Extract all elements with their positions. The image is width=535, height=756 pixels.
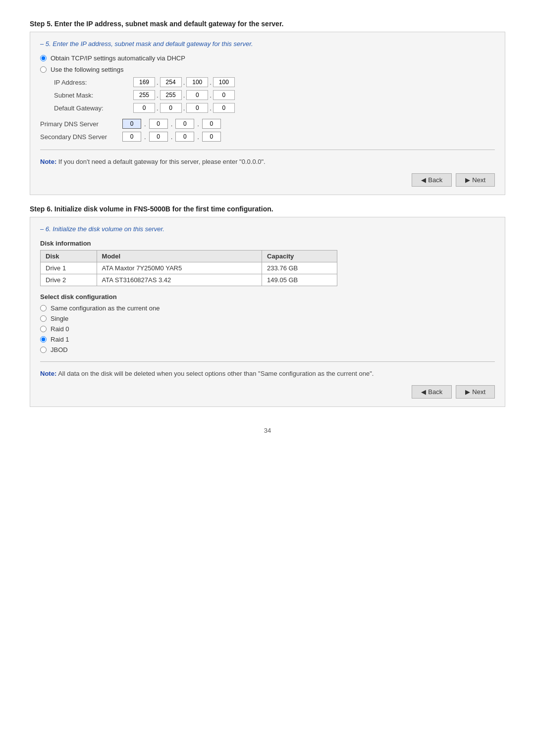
label-same-configuration-as-the-current-one: Same configuration as the current one <box>51 304 160 312</box>
table-row: Drive 2ATA ST3160827AS 3.42149.05 GB <box>41 274 337 286</box>
table-cell-1-2: 149.05 GB <box>262 274 337 286</box>
gateway-group: . . . <box>133 103 235 113</box>
dhcp-radio-row[interactable]: Obtain TCP/IP settings automatically via… <box>40 54 495 62</box>
primary-dns-row: Primary DNS Server . . . <box>40 119 495 129</box>
next-arrow-icon2: ▶ <box>465 388 470 396</box>
label-raid-0: Raid 0 <box>51 325 69 333</box>
table-cell-0-2: 233.76 GB <box>262 262 337 274</box>
select-config-label: Select disk configuration <box>40 293 495 301</box>
radio-same-configuration-as-the-current-one[interactable] <box>40 305 47 311</box>
step6-note: Note: All data on the disk will be delet… <box>40 370 495 377</box>
step5-back-button[interactable]: ◀ Back <box>412 173 452 187</box>
primary-dns-field-4[interactable] <box>202 119 221 129</box>
secondary-dns-field-1[interactable] <box>122 132 141 142</box>
secondary-dns-field-2[interactable] <box>149 132 168 142</box>
step6-section: Step 6. Initialize disk volume in FNS-50… <box>30 205 505 407</box>
radio-raid-0[interactable] <box>40 326 47 332</box>
table-header-row: Disk Model Capacity <box>41 251 337 262</box>
secondary-dns-field-3[interactable] <box>175 132 194 142</box>
col-capacity: Capacity <box>262 251 337 262</box>
config-radio-row[interactable]: Same configuration as the current one <box>40 304 495 312</box>
step5-heading: Step 5. Enter the IP address, subnet mas… <box>30 20 505 28</box>
radio-jbod[interactable] <box>40 347 47 353</box>
config-radio-row[interactable]: Raid 1 <box>40 336 495 343</box>
dhcp-radio[interactable] <box>40 55 47 61</box>
dns-section: Primary DNS Server . . . Secondary DNS S… <box>40 119 495 142</box>
back-arrow-icon: ◀ <box>421 176 426 184</box>
config-radio-row[interactable]: Raid 0 <box>40 325 495 333</box>
ip-address-row: IP Address: . . . <box>40 77 495 87</box>
radio-raid-1[interactable] <box>40 336 47 343</box>
primary-dns-field-2[interactable] <box>149 119 168 129</box>
table-row: Drive 1ATA Maxtor 7Y250M0 YAR5233.76 GB <box>41 262 337 274</box>
step5-panel-title: – 5. Enter the IP address, subnet mask a… <box>40 40 495 48</box>
ip-address-label: IP Address: <box>54 79 133 86</box>
subnet-field-1[interactable] <box>133 90 155 100</box>
step6-panel-title: – 6. Initialize the disk volume on this … <box>40 225 495 233</box>
subnet-mask-label: Subnet Mask: <box>54 92 133 99</box>
subnet-mask-group: . . . <box>133 90 235 100</box>
primary-dns-label: Primary DNS Server <box>40 120 119 128</box>
manual-radio-row[interactable]: Use the following settings <box>40 66 495 73</box>
gateway-field-4[interactable] <box>213 103 235 113</box>
label-single: Single <box>51 315 68 322</box>
step5-section: Step 5. Enter the IP address, subnet mas… <box>30 20 505 195</box>
step6-back-button[interactable]: ◀ Back <box>412 385 452 399</box>
ip-address-group: . . . <box>133 77 235 87</box>
config-radio-row[interactable]: Single <box>40 315 495 322</box>
step6-panel: – 6. Initialize the disk volume on this … <box>30 217 505 407</box>
next-arrow-icon: ▶ <box>465 176 470 184</box>
subnet-mask-row: Subnet Mask: . . . <box>40 90 495 100</box>
secondary-dns-field-4[interactable] <box>202 132 221 142</box>
table-cell-0-0: Drive 1 <box>41 262 97 274</box>
gateway-field-2[interactable] <box>160 103 182 113</box>
table-cell-0-1: ATA Maxtor 7Y250M0 YAR5 <box>97 262 262 274</box>
label-raid-1: Raid 1 <box>51 336 69 343</box>
step5-panel: – 5. Enter the IP address, subnet mask a… <box>30 32 505 195</box>
ip-field-4[interactable] <box>213 77 235 87</box>
dhcp-label: Obtain TCP/IP settings automatically via… <box>51 54 185 62</box>
label-jbod: JBOD <box>51 346 68 353</box>
ip-field-1[interactable] <box>133 77 155 87</box>
gateway-field-1[interactable] <box>133 103 155 113</box>
subnet-field-4[interactable] <box>213 90 235 100</box>
step5-next-button[interactable]: ▶ Next <box>456 173 495 187</box>
disk-info-label: Disk information <box>40 240 495 247</box>
subnet-field-3[interactable] <box>186 90 208 100</box>
ip-field-3[interactable] <box>186 77 208 87</box>
step5-btn-row: ◀ Back ▶ Next <box>40 173 495 187</box>
radio-single[interactable] <box>40 315 47 322</box>
col-model: Model <box>97 251 262 262</box>
manual-label: Use the following settings <box>51 66 123 73</box>
disk-table: Disk Model Capacity Drive 1ATA Maxtor 7Y… <box>40 250 337 286</box>
primary-dns-field-1[interactable] <box>122 119 141 129</box>
table-cell-1-0: Drive 2 <box>41 274 97 286</box>
select-config-section: Select disk configuration Same configura… <box>40 293 495 353</box>
gateway-label: Default Gateway: <box>54 104 133 112</box>
gateway-field-3[interactable] <box>186 103 208 113</box>
config-radio-row[interactable]: JBOD <box>40 346 495 353</box>
col-disk: Disk <box>41 251 97 262</box>
manual-radio[interactable] <box>40 66 47 73</box>
back-arrow-icon2: ◀ <box>421 388 426 396</box>
gateway-row: Default Gateway: . . . <box>40 103 495 113</box>
step6-btn-row: ◀ Back ▶ Next <box>40 385 495 399</box>
subnet-field-2[interactable] <box>160 90 182 100</box>
disk-info-section: Disk information Disk Model Capacity Dri… <box>40 240 495 286</box>
page-number: 34 <box>30 427 505 434</box>
step6-heading: Step 6. Initialize disk volume in FNS-50… <box>30 205 505 213</box>
ip-field-2[interactable] <box>160 77 182 87</box>
primary-dns-field-3[interactable] <box>175 119 194 129</box>
secondary-dns-row: Secondary DNS Server . . . <box>40 132 495 142</box>
step5-note: Note: If you don't need a default gatewa… <box>40 158 495 165</box>
secondary-dns-label: Secondary DNS Server <box>40 133 119 141</box>
table-cell-1-1: ATA ST3160827AS 3.42 <box>97 274 262 286</box>
step6-next-button[interactable]: ▶ Next <box>456 385 495 399</box>
